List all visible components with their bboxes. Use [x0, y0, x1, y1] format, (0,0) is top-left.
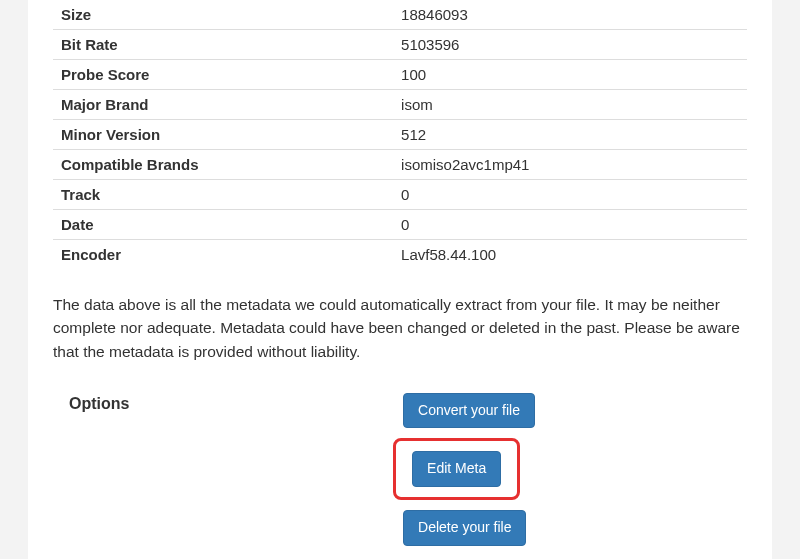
metadata-explanation: The data above is all the metadata we co…: [53, 293, 747, 363]
options-section: Options Convert your file Edit Meta Dele…: [53, 387, 747, 552]
edit-meta-button[interactable]: Edit Meta: [412, 451, 501, 487]
table-row: Bit Rate5103596: [53, 30, 747, 60]
table-row: Compatible Brandsisomiso2avc1mp41: [53, 150, 747, 180]
meta-key: Size: [53, 0, 393, 30]
meta-value: 18846093: [393, 0, 747, 30]
edit-meta-highlight: Edit Meta: [393, 438, 520, 500]
meta-value: 100: [393, 60, 747, 90]
meta-value: isom: [393, 90, 747, 120]
metadata-table: Size18846093Bit Rate5103596Probe Score10…: [53, 0, 747, 269]
meta-key: Track: [53, 180, 393, 210]
meta-key: Probe Score: [53, 60, 393, 90]
convert-file-button[interactable]: Convert your file: [403, 393, 535, 429]
meta-key: Minor Version: [53, 120, 393, 150]
table-row: Probe Score100: [53, 60, 747, 90]
meta-key: Encoder: [53, 240, 393, 270]
meta-value: 0: [393, 180, 747, 210]
metadata-panel: Size18846093Bit Rate5103596Probe Score10…: [28, 0, 772, 559]
options-buttons-group: Convert your file Edit Meta Delete your …: [393, 387, 545, 552]
table-row: Major Brandisom: [53, 90, 747, 120]
table-row: Date0: [53, 210, 747, 240]
meta-value: 5103596: [393, 30, 747, 60]
meta-value: isomiso2avc1mp41: [393, 150, 747, 180]
table-row: Track0: [53, 180, 747, 210]
meta-key: Bit Rate: [53, 30, 393, 60]
meta-value: Lavf58.44.100: [393, 240, 747, 270]
meta-value: 0: [393, 210, 747, 240]
options-heading: Options: [53, 387, 393, 413]
meta-key: Date: [53, 210, 393, 240]
table-row: EncoderLavf58.44.100: [53, 240, 747, 270]
meta-value: 512: [393, 120, 747, 150]
delete-file-button[interactable]: Delete your file: [403, 510, 526, 546]
meta-key: Compatible Brands: [53, 150, 393, 180]
meta-key: Major Brand: [53, 90, 393, 120]
table-row: Minor Version512: [53, 120, 747, 150]
table-row: Size18846093: [53, 0, 747, 30]
